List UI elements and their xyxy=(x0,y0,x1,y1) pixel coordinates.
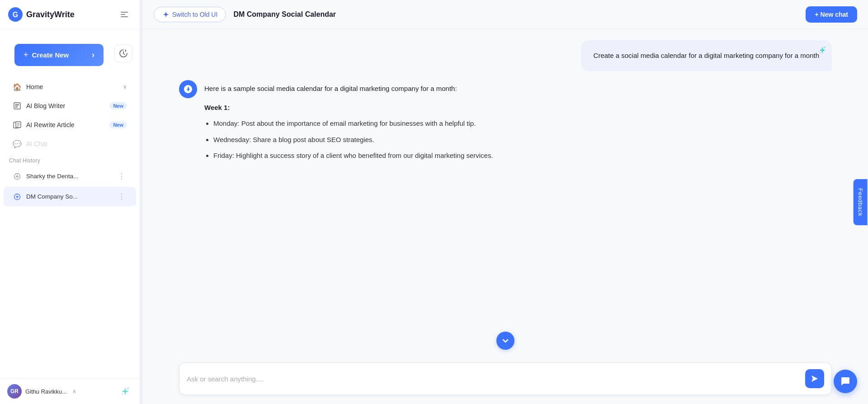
svg-rect-2 xyxy=(121,12,128,13)
ai-rewrite-icon xyxy=(13,120,22,129)
logo-area: G GravityWrite xyxy=(8,7,75,22)
list-item-text: Friday: Highlight a success story of a c… xyxy=(213,152,493,159)
sidebar-item-ai-blog-writer[interactable]: AI Blog Writer New xyxy=(4,97,136,115)
ai-blog-writer-badge: New xyxy=(109,102,127,109)
sidebar-item-home[interactable]: 🏠 Home ∨ xyxy=(4,78,136,96)
chat-hist-dm-icon xyxy=(13,192,22,201)
create-new-arrow: › xyxy=(92,50,94,60)
sparkle-icon xyxy=(120,386,130,396)
feedback-label: Feedback xyxy=(857,188,863,216)
ai-blog-writer-icon xyxy=(13,101,22,110)
history-icon xyxy=(119,49,128,58)
user-name: Githu Ravikku... xyxy=(25,388,67,395)
user-avatar: GR xyxy=(7,384,22,399)
list-item: Monday: Post about the importance of ema… xyxy=(213,118,832,129)
ai-logo-icon xyxy=(183,84,193,95)
send-button[interactable] xyxy=(805,369,824,388)
user-chevron-icon: ∧ xyxy=(72,388,76,394)
input-row xyxy=(179,362,832,395)
svg-rect-4 xyxy=(121,16,128,17)
switch-sparkle-icon xyxy=(162,11,170,18)
home-icon: 🏠 xyxy=(13,82,22,91)
sidebar-header: G GravityWrite xyxy=(0,0,140,29)
chat-hist-sharky-icon xyxy=(13,172,22,181)
user-message-decoration-icon xyxy=(817,45,827,59)
chat-hist-sharky-more-button[interactable]: ⋮ xyxy=(116,171,127,181)
page-title: DM Company Social Calendar xyxy=(233,10,336,19)
user-message-wrapper: Create a social media calendar for a dig… xyxy=(179,40,832,71)
gravitywrite-logo-icon: G xyxy=(8,7,23,22)
svg-text:G: G xyxy=(13,11,18,19)
chat-input[interactable] xyxy=(187,375,800,383)
new-chat-label: + New chat xyxy=(815,11,848,18)
list-item: Friday: Highlight a success story of a c… xyxy=(213,150,832,162)
switch-old-ui-button[interactable]: Switch to Old UI xyxy=(154,7,226,22)
scroll-down-button[interactable] xyxy=(496,332,514,350)
chat-area: Create a social media calendar for a dig… xyxy=(143,29,868,355)
send-icon xyxy=(810,374,819,383)
ai-rewrite-badge: New xyxy=(109,121,127,128)
svg-point-13 xyxy=(820,52,821,54)
create-new-button[interactable]: + Create New › xyxy=(14,44,104,66)
chat-hist-dm-label: DM Company So... xyxy=(26,193,112,200)
feedback-tab[interactable]: Feedback xyxy=(853,179,867,225)
sidebar-actions-row: + Create New › xyxy=(0,37,140,70)
scroll-down-icon xyxy=(501,336,510,345)
sidebar: G GravityWrite + Create New › xyxy=(0,0,140,404)
svg-rect-3 xyxy=(121,14,125,15)
list-item: Wednesday: Share a blog post about SEO s… xyxy=(213,134,832,146)
switch-old-ui-label: Switch to Old UI xyxy=(172,11,217,18)
top-bar: Switch to Old UI DM Company Social Calen… xyxy=(143,0,868,29)
svg-point-10 xyxy=(127,388,129,390)
chat-history-item-dm-company[interactable]: DM Company So... ⋮ xyxy=(4,187,136,206)
sidebar-item-ai-chat[interactable]: 💬 AI Chat xyxy=(4,135,136,153)
ai-message-content: Here is a sample social media calendar f… xyxy=(204,80,832,166)
ai-week1-header: Week 1: xyxy=(204,102,832,114)
app-name: GravityWrite xyxy=(26,10,75,19)
top-bar-left: Switch to Old UI DM Company Social Calen… xyxy=(154,7,336,22)
plus-icon: + xyxy=(24,50,28,60)
user-message-text: Create a social media calendar for a dig… xyxy=(594,52,819,59)
ai-message-wrapper: Here is a sample social media calendar f… xyxy=(179,80,832,166)
input-area xyxy=(143,355,868,404)
sidebar-toggle-icon xyxy=(120,10,129,19)
create-new-button-left: + Create New xyxy=(24,50,69,60)
home-chevron-icon: ∨ xyxy=(123,84,127,90)
new-chat-button[interactable]: + New chat xyxy=(806,6,857,23)
main-content: Switch to Old UI DM Company Social Calen… xyxy=(143,0,868,404)
ai-intro-text: Here is a sample social media calendar f… xyxy=(204,83,832,95)
history-button[interactable] xyxy=(114,44,132,62)
user-settings-icon[interactable] xyxy=(118,384,132,399)
chat-bubble-icon xyxy=(840,375,851,387)
chat-hist-sharky-label: Sharky the Denta... xyxy=(26,173,112,180)
user-message: Create a social media calendar for a dig… xyxy=(581,40,832,71)
svg-point-11 xyxy=(122,394,123,395)
sidebar-item-ai-rewrite-article[interactable]: AI Rewrite Article New xyxy=(4,116,136,134)
ai-avatar xyxy=(179,80,197,98)
ai-week1-list: Monday: Post about the importance of ema… xyxy=(204,118,832,162)
svg-point-12 xyxy=(824,47,826,48)
ai-chat-icon: 💬 xyxy=(13,139,22,148)
create-new-label: Create New xyxy=(32,51,69,59)
chat-history-label: Chat History xyxy=(0,154,140,166)
nav-section: 🏠 Home ∨ AI Blog Writer New AI Rewrite A… xyxy=(0,73,140,378)
chat-hist-dm-more-button[interactable]: ⋮ xyxy=(116,191,127,202)
chat-bubble-button[interactable] xyxy=(834,370,857,393)
user-info[interactable]: GR Githu Ravikku... ∧ xyxy=(7,384,118,399)
chat-history-item-sharky[interactable]: Sharky the Denta... ⋮ xyxy=(4,166,136,186)
sidebar-toggle-button[interactable] xyxy=(117,7,132,22)
sidebar-footer: GR Githu Ravikku... ∧ xyxy=(0,378,140,404)
user-initials: GR xyxy=(10,388,19,394)
